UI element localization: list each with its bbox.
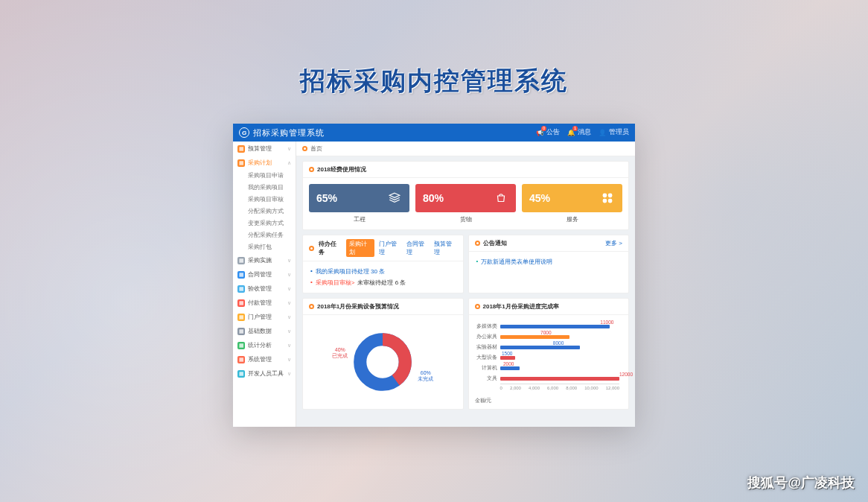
sidebar-item-icon: ▦ — [237, 328, 245, 335]
chevron-icon: ∨ — [287, 286, 291, 292]
bar-title: 2018年1月份采购进度完成率 — [483, 302, 559, 311]
chevron-icon: ∨ — [287, 328, 291, 334]
kpi-icon — [387, 191, 402, 206]
tasks-tab[interactable]: 合同管理 — [406, 240, 430, 256]
sidebar-item[interactable]: ▦开发人员工具∨ — [233, 366, 296, 381]
chevron-icon: ∧ — [287, 160, 291, 166]
sidebar-item-icon: ▦ — [237, 257, 245, 264]
watermark: 搜狐号@广凌科技 — [747, 474, 855, 492]
kpi-card[interactable]: 65% — [309, 184, 409, 212]
sidebar-item-label: 统计分析 — [248, 341, 272, 349]
sidebar-item[interactable]: ▦采购实施∨ — [233, 253, 296, 267]
kpi-percent: 45% — [529, 192, 550, 204]
sidebar-subitem[interactable]: 分配采购方式 — [233, 206, 296, 217]
sidebar-item-icon: ▦ — [237, 299, 245, 307]
usage-panel: 2018经费使用情况 65%工程80%货物45%服务 — [302, 161, 629, 230]
bar-value: 11000 — [600, 320, 613, 325]
chevron-icon: ∨ — [287, 300, 291, 306]
kpi-icon — [600, 191, 615, 206]
panel-dot-icon — [309, 167, 314, 172]
bar-value: 12000 — [619, 372, 633, 377]
titlebar: G 招标采购管理系统 📢 0 公告 🔔 1 消息 👤 管理员 — [233, 124, 635, 142]
sidebar-item-icon: ▦ — [237, 271, 245, 279]
kpi-card[interactable]: 45% — [522, 184, 622, 212]
kpi-label: 服务 — [567, 215, 578, 223]
notice-more-link[interactable]: 更多 > — [605, 239, 622, 247]
notice-title: 公告通知 — [483, 239, 507, 247]
svg-rect-2 — [603, 199, 607, 203]
nav-user[interactable]: 👤 管理员 — [599, 128, 629, 137]
sidebar-item[interactable]: ▦预算管理∨ — [233, 142, 296, 156]
kpi-card[interactable]: 80% — [415, 184, 516, 212]
sidebar-item-label: 预算管理 — [248, 144, 272, 153]
svg-rect-3 — [608, 199, 613, 203]
sidebar-item[interactable]: ▦合同管理∨ — [233, 267, 296, 282]
sidebar-subitem[interactable]: 采购打包 — [233, 241, 296, 253]
nav-user-label: 管理员 — [609, 128, 629, 137]
bar-row: 计算机2000 — [475, 363, 620, 373]
nav-messages[interactable]: 🔔 1 消息 — [567, 128, 591, 137]
sidebar-item-label: 采购计划 — [248, 159, 272, 167]
bar-category: 文具 — [475, 375, 497, 382]
bar-row: 实验器材8000 — [475, 342, 620, 352]
sidebar-item-icon: ▦ — [237, 145, 245, 153]
sidebar-item-label: 基础数据 — [248, 327, 272, 335]
bar: 12000 — [500, 377, 620, 381]
sidebar-item[interactable]: ▦统计分析∨ — [233, 338, 296, 352]
kpi-percent: 65% — [316, 192, 337, 204]
user-icon: 👤 — [599, 129, 607, 136]
sidebar-item-label: 合同管理 — [248, 270, 272, 279]
donut-panel: 2018年1月份采购设备预算情况 40%已完成 — [302, 298, 464, 410]
app-window: G 招标采购管理系统 📢 0 公告 🔔 1 消息 👤 管理员 ▦预算管理∨▦采购… — [233, 124, 635, 427]
sidebar-item-icon: ▦ — [237, 285, 245, 293]
bar: 2000 — [500, 366, 520, 370]
bar-value: 7000 — [540, 330, 551, 335]
sidebar-item-icon: ▦ — [237, 370, 245, 378]
sidebar-item-icon: ▦ — [237, 342, 245, 349]
sidebar-item-icon: ▦ — [237, 314, 245, 321]
chevron-icon: ∨ — [287, 357, 291, 363]
sidebar-item-label: 采购实施 — [248, 256, 272, 264]
donut-chart: 40%已完成 60%未完成 — [353, 332, 412, 392]
sidebar-subitem[interactable]: 我的采购项目 — [233, 182, 296, 194]
bar-category: 多媒体类 — [475, 323, 497, 330]
sidebar-item-label: 开发人员工具 — [248, 369, 284, 378]
bar-value: 2000 — [503, 361, 514, 366]
task-item[interactable]: 我的采购项目待处理 30 条 — [310, 266, 456, 277]
sidebar-subitem[interactable]: 采购项目申请 — [233, 170, 296, 182]
chevron-icon: ∨ — [287, 146, 291, 152]
chevron-icon: ∨ — [287, 371, 291, 377]
panel-dot-icon — [475, 304, 480, 309]
nav-notice-label: 公告 — [546, 128, 560, 137]
sidebar-subitem[interactable]: 采购项目审核 — [233, 194, 296, 206]
sidebar-item-label: 系统管理 — [248, 355, 272, 363]
bar: 11000 — [500, 325, 610, 328]
sidebar-subitem[interactable]: 分配采购任务 — [233, 229, 296, 241]
notice-item[interactable]: 万款新通用类表单使用说明 — [476, 256, 622, 267]
sidebar-item-icon: ▦ — [237, 159, 245, 167]
sidebar-item[interactable]: ▦验收管理∨ — [233, 282, 296, 296]
sidebar-item[interactable]: ▦基础数据∨ — [233, 324, 296, 338]
bar: 8000 — [500, 346, 580, 349]
main-area: 首页 2018经费使用情况 65%工程80%货物45%服务 待办任务 采购计划门… — [296, 142, 635, 427]
tasks-panel: 待办任务 采购计划门户管理合同管理预算管理 我的采购项目待处理 30 条采购项目… — [302, 235, 464, 293]
sidebar-subitem[interactable]: 变更采购方式 — [233, 217, 296, 229]
kpi-percent: 80% — [423, 192, 444, 204]
bar-row: 办公家具7000 — [475, 331, 620, 342]
task-item[interactable]: 采购项目审核>未审核待处理 6 条 — [310, 277, 456, 288]
chevron-icon: ∨ — [287, 272, 291, 278]
sidebar-item-label: 付款管理 — [248, 299, 272, 307]
sidebar-item[interactable]: ▦门户管理∨ — [233, 310, 296, 324]
tasks-tab[interactable]: 预算管理 — [434, 240, 457, 256]
nav-msg-label: 消息 — [578, 128, 591, 137]
breadcrumb-label: 首页 — [310, 144, 322, 153]
tasks-head: 待办任务 — [319, 240, 342, 256]
nav-notice[interactable]: 📢 0 公告 — [536, 128, 560, 137]
bar-axis: 02,0004,0006,0008,00010,00012,000 — [500, 384, 620, 390]
sidebar-item[interactable]: ▦付款管理∨ — [233, 296, 296, 310]
sidebar-item[interactable]: ▦采购计划∧ — [233, 156, 296, 170]
tasks-tab[interactable]: 门户管理 — [379, 240, 402, 256]
sidebar-item[interactable]: ▦系统管理∨ — [233, 352, 296, 366]
panel-dot-icon — [309, 304, 314, 309]
tasks-tab[interactable]: 采购计划 — [346, 239, 375, 257]
